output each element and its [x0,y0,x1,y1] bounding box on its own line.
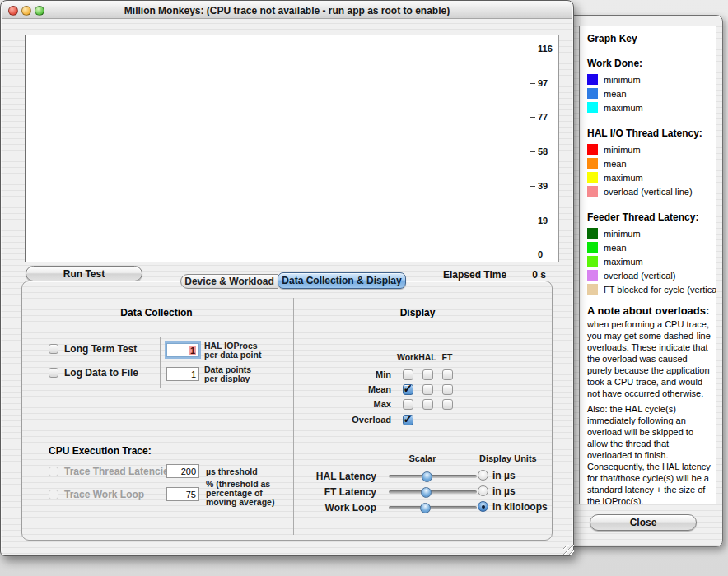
legend-item: mean [587,156,712,170]
legend-item: maximum [587,254,712,268]
data-collection-title: Data Collection [74,307,239,318]
scalar-header: Scalar [381,453,464,463]
legend-item: mean [587,86,712,100]
radio-ft-units-us[interactable] [478,485,488,496]
checkbox-max-ft[interactable] [442,399,453,410]
legend-item: minimum [587,72,712,86]
slider-thumb[interactable] [420,503,431,513]
cpu-trace-title: CPU Execution Trace: [49,445,152,457]
y-axis-label: 0 [538,249,567,259]
graph-key-panel: Graph Key Work Done: minimum mean maximu… [579,26,716,504]
checkbox-max-hal[interactable] [422,399,433,410]
overload-note-title: A note about overloads: [587,304,712,317]
checkbox-min-work[interactable] [403,369,413,380]
ft-latency-slider[interactable] [389,490,477,494]
key-section-work-done: Work Done: minimum mean maximum [587,58,712,114]
data-points-label: Data points per display [204,365,251,383]
key-section-hal-latency: HAL I/O Thread Latency: minimum mean max… [587,128,712,198]
color-swatch [587,242,598,253]
checkbox-min-ft[interactable] [442,369,453,380]
overload-note-also: Also: the HAL cycle(s) immediately follo… [587,403,712,504]
elapsed-time-value: 0 s [518,269,546,281]
matrix-row-mean: Mean [339,382,457,397]
window-title: Million Monkeys: (CPU trace not availabl… [2,5,572,16]
hal-ioprocs-label: HAL IOProcs per data point [204,341,261,360]
slider-thumb[interactable] [421,487,432,498]
tab-device-workload[interactable]: Device & Workload [180,274,278,289]
checkbox-overload-work[interactable] [403,415,413,425]
y-axis-label: 77 [538,112,567,122]
overload-note-body: when performing a CPU trace, you may get… [587,318,712,399]
color-swatch [587,158,598,169]
checkbox-mean-ft[interactable] [442,384,453,395]
hal-latency-slider-row: HAL Latency in µs [22,469,553,483]
log-data-row: Log Data to File [49,367,138,379]
y-axis-tick [530,186,535,187]
checkbox-long-term-test[interactable] [49,344,58,354]
panel-divider [293,298,294,535]
color-swatch [587,172,598,183]
color-swatch [587,228,598,239]
color-swatch [587,88,598,99]
hal-latency-slider[interactable] [389,475,477,478]
color-swatch [587,270,598,281]
matrix-row-overload: Overload [339,412,418,427]
tab-data-collection-display[interactable]: Data Collection & Display [278,272,406,289]
color-swatch [587,186,598,197]
y-axis-tick [530,49,535,49]
matrix-row-min: Min [339,367,457,382]
checkbox-max-work[interactable] [403,399,413,410]
color-swatch [587,256,598,267]
y-axis-label: 19 [538,216,567,225]
checkbox-min-hal[interactable] [422,369,433,380]
checkbox-log-data-to-file[interactable] [49,368,58,378]
key-section-feeder-latency: Feeder Thread Latency: minimum mean maxi… [587,211,712,296]
matrix-header-row: Work HAL FT [339,350,457,365]
ft-latency-slider-row: FT Latency in µs [22,485,553,499]
display-title: Display [335,307,500,318]
checkbox-mean-work[interactable] [403,384,413,395]
radio-work-loop-units-kiloloops[interactable] [478,501,488,512]
color-swatch [587,144,598,155]
matrix-row-max: Max [339,397,457,411]
resize-grip[interactable] [563,545,574,555]
legend-item: overload (vertical line) [587,184,712,198]
title-bar[interactable]: Million Monkeys: (CPU trace not availabl… [2,2,572,19]
legend-item: minimum [587,226,712,240]
tab-content-panel: Data Collection Long Term Test Log Data … [21,281,553,541]
y-axis-label: 116 [538,44,567,53]
color-swatch [587,102,598,113]
y-axis-line [530,35,530,262]
slider-thumb[interactable] [422,471,432,482]
y-axis-tick [530,117,535,118]
y-axis-label: 39 [538,181,567,191]
legend-item: maximum [587,170,712,184]
display-matrix: Work HAL FT Min Mean [339,350,479,432]
radio-hal-units-us[interactable] [478,470,488,481]
work-loop-slider-row: Work Loop in kiloloops [22,500,553,514]
y-axis-label: 97 [538,78,567,88]
long-term-test-row: Long Term Test [49,343,137,355]
main-window: Million Monkeys: (CPU trace not availabl… [0,0,574,556]
y-axis-tick [530,83,535,84]
display-units-header: Display Units [479,453,537,463]
fields-divider [160,337,161,388]
color-swatch [587,284,598,295]
run-test-button[interactable]: Run Test [26,266,142,281]
y-axis-tick [530,221,535,221]
hal-ioprocs-field[interactable]: 1 [166,343,199,357]
graph-area: 116 97 77 58 39 19 0 [25,35,559,262]
checkbox-mean-hal[interactable] [422,384,433,395]
legend-item: maximum [587,100,712,114]
y-axis-label: 58 [538,146,567,156]
y-axis-tick [530,151,535,152]
legend-item: mean [587,240,712,254]
graph-key-title: Graph Key [587,33,712,44]
legend-item: FT blocked for cycle (vertical) [587,282,712,296]
elapsed-time-label: Elapsed Time [443,269,506,281]
legend-item: overload (vertical) [587,268,712,282]
work-loop-slider[interactable] [389,506,477,509]
data-points-field[interactable]: 1 [166,367,199,381]
color-swatch [587,74,598,85]
close-button[interactable]: Close [590,514,697,531]
